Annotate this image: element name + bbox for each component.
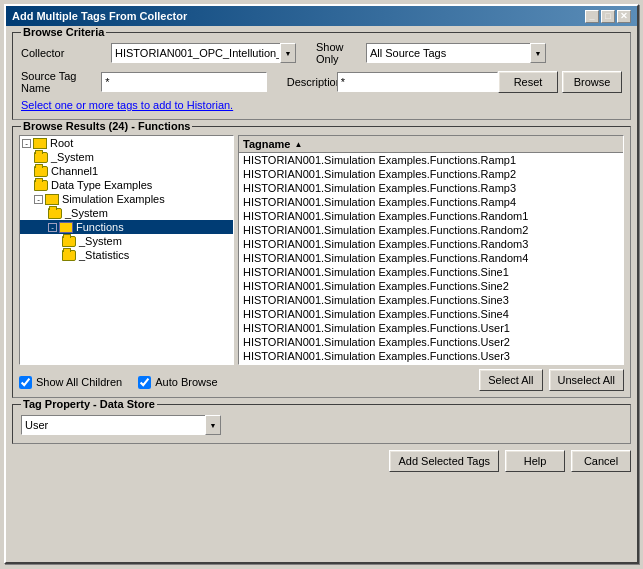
list-item[interactable]: HISTORIAN001.Simulation Examples.Functio…: [239, 209, 623, 223]
browse-results-title: Browse Results (24) - Functions: [21, 120, 192, 132]
collector-label: Collector: [21, 47, 111, 59]
final-buttons: Add Selected Tags Help Cancel: [12, 450, 631, 472]
list-item[interactable]: HISTORIAN001.Simulation Examples.Functio…: [239, 335, 623, 349]
list-header: Tagname ▲: [239, 136, 623, 153]
source-tag-label: Source Tag Name: [21, 70, 101, 94]
tag-property-title: Tag Property - Data Store: [21, 398, 157, 410]
close-button[interactable]: ✕: [617, 10, 631, 23]
tag-property-combo-wrapper: User Default Mirror ▼: [21, 415, 221, 435]
tree-label-statistics: _Statistics: [79, 249, 129, 261]
list-item[interactable]: HISTORIAN001.Simulation Examples.Functio…: [239, 195, 623, 209]
tree-label-channel1: Channel1: [51, 165, 98, 177]
collector-select[interactable]: HISTORIAN001_OPC_Intellution_Int: [111, 43, 296, 63]
select-buttons: Select All Unselect All: [479, 369, 624, 391]
checkbox-row: Show All Children Auto Browse: [19, 376, 218, 389]
reset-button[interactable]: Reset: [498, 71, 558, 93]
tree-panel[interactable]: - Root _System Channel1: [19, 135, 234, 365]
list-item[interactable]: HISTORIAN001.Simulation Examples.Functio…: [239, 349, 623, 363]
help-button[interactable]: Help: [505, 450, 565, 472]
add-selected-tags-button[interactable]: Add Selected Tags: [389, 450, 499, 472]
folder-open-simex-icon: [45, 194, 59, 205]
tree-label-system3: _System: [79, 235, 122, 247]
tree-item-statistics[interactable]: _Statistics: [20, 248, 233, 262]
folder-open-functions-icon: [59, 222, 73, 233]
collector-combo-wrapper: HISTORIAN001_OPC_Intellution_Int ▼: [111, 43, 296, 63]
expand-simex[interactable]: -: [34, 195, 43, 204]
folder-open-root-icon: [33, 138, 47, 149]
browse-button[interactable]: Browse: [562, 71, 622, 93]
tree-label-simex: Simulation Examples: [62, 193, 165, 205]
tag-list-panel: Tagname ▲ HISTORIAN001.Simulation Exampl…: [238, 135, 624, 365]
expand-root[interactable]: -: [22, 139, 31, 148]
list-item[interactable]: HISTORIAN001.Simulation Examples.Functio…: [239, 251, 623, 265]
description-input[interactable]: [337, 72, 498, 92]
hint-row: Select one or more tags to add to Histor…: [21, 99, 622, 111]
tree-label-system1: _System: [51, 151, 94, 163]
browse-results-footer: Show All Children Auto Browse Select All…: [19, 369, 624, 391]
list-item[interactable]: HISTORIAN001.Simulation Examples.Functio…: [239, 363, 623, 364]
collector-row: Collector HISTORIAN001_OPC_Intellution_I…: [21, 41, 622, 65]
window-content: Browse Criteria Collector HISTORIAN001_O…: [6, 26, 637, 478]
expand-functions[interactable]: -: [48, 223, 57, 232]
folder-dtype-icon: [34, 180, 48, 191]
tree-label-system2: _System: [65, 207, 108, 219]
show-all-children-checkbox[interactable]: [19, 376, 32, 389]
tree-item-channel1[interactable]: Channel1: [20, 164, 233, 178]
title-bar-buttons: _ □ ✕: [585, 10, 631, 23]
list-item[interactable]: HISTORIAN001.Simulation Examples.Functio…: [239, 321, 623, 335]
show-only-combo-wrapper: All Source Tags Unarchived Tags Archived…: [366, 43, 546, 63]
tree-label-dtype: Data Type Examples: [51, 179, 152, 191]
select-all-button[interactable]: Select All: [479, 369, 542, 391]
tree-item-functions[interactable]: - Functions: [20, 220, 233, 234]
list-item[interactable]: HISTORIAN001.Simulation Examples.Functio…: [239, 279, 623, 293]
auto-browse-checkbox[interactable]: [138, 376, 151, 389]
list-item[interactable]: HISTORIAN001.Simulation Examples.Functio…: [239, 293, 623, 307]
source-tag-input[interactable]: [101, 72, 267, 92]
tag-property-row: User Default Mirror ▼: [21, 415, 622, 435]
maximize-button[interactable]: □: [601, 10, 615, 23]
tree-label-functions: Functions: [76, 221, 124, 233]
folder-system3-icon: [62, 236, 76, 247]
browse-criteria-group: Browse Criteria Collector HISTORIAN001_O…: [12, 32, 631, 120]
folder-statistics-icon: [62, 250, 76, 261]
folder-channel1-icon: [34, 166, 48, 177]
list-item[interactable]: HISTORIAN001.Simulation Examples.Functio…: [239, 223, 623, 237]
browse-results-group: Browse Results (24) - Functions - Root _…: [12, 126, 631, 398]
description-label: Description: [267, 76, 337, 88]
cancel-button[interactable]: Cancel: [571, 450, 631, 472]
tag-list-body[interactable]: HISTORIAN001.Simulation Examples.Functio…: [239, 153, 623, 364]
window-title: Add Multiple Tags From Collector: [12, 10, 187, 22]
list-item[interactable]: HISTORIAN001.Simulation Examples.Functio…: [239, 237, 623, 251]
list-item[interactable]: HISTORIAN001.Simulation Examples.Functio…: [239, 181, 623, 195]
auto-browse-label[interactable]: Auto Browse: [138, 376, 217, 389]
tree-item-root[interactable]: - Root: [20, 136, 233, 150]
folder-system2-icon: [48, 208, 62, 219]
browse-results-content: - Root _System Channel1: [19, 135, 624, 365]
hint-link[interactable]: Select one or more tags to add to Histor…: [21, 99, 233, 111]
tree-item-simex[interactable]: - Simulation Examples: [20, 192, 233, 206]
tag-property-group: Tag Property - Data Store User Default M…: [12, 404, 631, 444]
list-item[interactable]: HISTORIAN001.Simulation Examples.Functio…: [239, 153, 623, 167]
list-item[interactable]: HISTORIAN001.Simulation Examples.Functio…: [239, 307, 623, 321]
sort-arrow: ▲: [294, 140, 302, 149]
unselect-all-button[interactable]: Unselect All: [549, 369, 624, 391]
tree-item-system2[interactable]: _System: [20, 206, 233, 220]
tagname-header: Tagname: [243, 138, 290, 150]
list-item[interactable]: HISTORIAN001.Simulation Examples.Functio…: [239, 167, 623, 181]
folder-system1-icon: [34, 152, 48, 163]
browse-criteria-title: Browse Criteria: [21, 26, 106, 38]
minimize-button[interactable]: _: [585, 10, 599, 23]
show-only-select[interactable]: All Source Tags Unarchived Tags Archived…: [366, 43, 546, 63]
show-only-label: Show Only: [296, 41, 366, 65]
list-item[interactable]: HISTORIAN001.Simulation Examples.Functio…: [239, 265, 623, 279]
source-tag-row: Source Tag Name Description Reset Browse: [21, 70, 622, 94]
title-bar: Add Multiple Tags From Collector _ □ ✕: [6, 6, 637, 26]
tree-item-system1[interactable]: _System: [20, 150, 233, 164]
main-window: Add Multiple Tags From Collector _ □ ✕ B…: [4, 4, 639, 564]
show-all-children-label[interactable]: Show All Children: [19, 376, 122, 389]
tree-item-dtype[interactable]: Data Type Examples: [20, 178, 233, 192]
tag-property-select[interactable]: User Default Mirror: [21, 415, 221, 435]
tree-label-root: Root: [50, 137, 73, 149]
tree-item-system3[interactable]: _System: [20, 234, 233, 248]
